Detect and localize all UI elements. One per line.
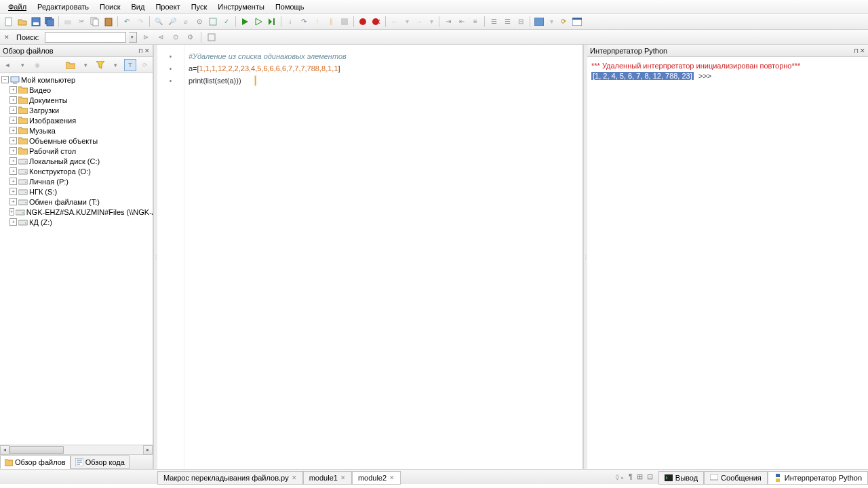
scroll-left-icon[interactable]: ◂ bbox=[0, 445, 9, 455]
lock-icon[interactable]: ⊞ bbox=[637, 472, 643, 481]
step-over-icon[interactable]: ↷ bbox=[298, 16, 310, 28]
close-icon[interactable]: ✕ bbox=[292, 474, 297, 481]
tree-item[interactable]: +Видео bbox=[0, 85, 153, 95]
chevron-down-icon[interactable]: ▾ bbox=[129, 32, 137, 43]
dropdown-icon[interactable]: ▾ bbox=[427, 16, 436, 28]
filter-type-icon[interactable]: T bbox=[124, 59, 136, 71]
search-prev-icon[interactable]: ⊲ bbox=[155, 31, 167, 43]
tree-item[interactable]: +Документы bbox=[0, 95, 153, 105]
tree-item[interactable]: +Обмен файлами (T:) bbox=[0, 197, 153, 207]
menu-view[interactable]: Вид bbox=[126, 1, 151, 12]
run-icon[interactable] bbox=[239, 16, 251, 28]
refresh-icon[interactable]: ⟳ bbox=[139, 59, 151, 71]
code-area[interactable]: #Удаление из списка одинаковых элементов… bbox=[184, 45, 583, 469]
horizontal-scrollbar[interactable]: ◂ ▸ bbox=[0, 445, 153, 454]
editor-tab[interactable]: Макрос перекладывания файлов.py✕ bbox=[157, 471, 303, 485]
tree-item[interactable]: +Рабочий стол bbox=[0, 146, 153, 156]
window-icon[interactable] bbox=[571, 16, 583, 28]
file-tree[interactable]: − Мой компьютер +Видео+Документы+Загрузк… bbox=[0, 73, 153, 445]
cut-icon[interactable]: ✂ bbox=[75, 16, 87, 28]
search-close-icon[interactable] bbox=[205, 31, 218, 43]
tree-item[interactable]: +КД (Z:) bbox=[0, 217, 153, 227]
undo-icon[interactable]: ↶ bbox=[121, 16, 133, 28]
scroll-thumb[interactable] bbox=[9, 446, 64, 454]
tree-item[interactable]: +НГК (S:) bbox=[0, 186, 153, 197]
find-icon[interactable]: ⌕ bbox=[180, 16, 192, 28]
tree-item[interactable]: +Личная (P:) bbox=[0, 176, 153, 186]
step-out-icon[interactable]: ↑ bbox=[311, 16, 323, 28]
tree-item[interactable]: +Изображения bbox=[0, 115, 153, 125]
find-prev-icon[interactable]: ⊙ bbox=[193, 16, 205, 28]
close-icon[interactable]: ✕ bbox=[144, 47, 150, 54]
breakpoint-clear-icon[interactable] bbox=[370, 16, 382, 28]
save-icon[interactable] bbox=[30, 16, 42, 28]
menu-help[interactable]: Помощь bbox=[270, 1, 310, 12]
tab-messages[interactable]: Сообщения bbox=[704, 471, 768, 485]
pause-icon[interactable]: ‖ bbox=[325, 16, 337, 28]
tab-python-interpreter[interactable]: Интерпретатор Python bbox=[768, 471, 868, 485]
tab-output[interactable]: Вывод bbox=[658, 471, 704, 485]
check-icon[interactable]: ✓ bbox=[220, 16, 233, 28]
search-input[interactable] bbox=[45, 32, 126, 43]
editor-tab[interactable]: module2✕ bbox=[352, 471, 401, 485]
tree-item[interactable]: +Локальный диск (C:) bbox=[0, 156, 153, 166]
pin-icon[interactable]: ⊓ bbox=[854, 47, 859, 54]
menu-search[interactable]: Поиск bbox=[94, 1, 125, 12]
nav-back-icon[interactable]: ← bbox=[389, 16, 401, 28]
breakpoint-icon[interactable] bbox=[357, 16, 369, 28]
redo-icon[interactable]: ↷ bbox=[134, 16, 146, 28]
dropdown-icon[interactable]: ▾ bbox=[402, 16, 412, 28]
tree-item[interactable]: +Конструктора (O:) bbox=[0, 166, 153, 176]
clear-icon[interactable]: ⊟ bbox=[515, 16, 527, 28]
encoding-icon[interactable]: ⎀▾ bbox=[615, 472, 625, 481]
step-into-icon[interactable]: ↓ bbox=[284, 16, 296, 28]
position-icon[interactable]: ⊡ bbox=[647, 472, 653, 481]
print-icon[interactable] bbox=[62, 16, 74, 28]
search-opts-icon[interactable]: ⚙ bbox=[184, 31, 197, 43]
pin-icon[interactable]: ⊓ bbox=[138, 47, 143, 54]
menu-file[interactable]: Файл bbox=[3, 1, 32, 12]
editor-tab[interactable]: module1✕ bbox=[303, 471, 352, 485]
back-icon[interactable]: ◄ bbox=[1, 59, 14, 71]
dropdown-icon[interactable]: ▾ bbox=[109, 59, 121, 71]
copy-icon[interactable] bbox=[89, 16, 101, 28]
tab-file-browser[interactable]: Обзор файлов bbox=[0, 455, 71, 469]
paste-icon[interactable] bbox=[102, 16, 115, 28]
nav-fwd-icon[interactable]: → bbox=[413, 16, 425, 28]
tree-item[interactable]: +Музыка bbox=[0, 125, 153, 136]
close-icon[interactable]: ✕ bbox=[3, 33, 11, 41]
close-icon[interactable]: ✕ bbox=[389, 474, 395, 481]
tree-item[interactable]: +Объемные объекты bbox=[0, 136, 153, 146]
debug-icon[interactable] bbox=[252, 16, 264, 28]
new-icon[interactable] bbox=[3, 16, 15, 28]
comment-icon[interactable]: ≡ bbox=[469, 16, 481, 28]
code-editor[interactable]: ••• #Удаление из списка одинаковых элеме… bbox=[157, 45, 583, 469]
up-icon[interactable]: ◉ bbox=[31, 59, 43, 71]
menu-edit[interactable]: Редактировать bbox=[32, 1, 94, 12]
list2-icon[interactable]: ☰ bbox=[501, 16, 513, 28]
layout-icon[interactable] bbox=[533, 16, 545, 28]
dropdown-icon[interactable]: ▾ bbox=[79, 59, 92, 71]
lineend-icon[interactable]: ¶ bbox=[629, 472, 633, 481]
python-console[interactable]: *** Удаленный интерпретатор инициализиро… bbox=[587, 57, 868, 469]
list-icon[interactable]: ☰ bbox=[488, 16, 500, 28]
dropdown-icon[interactable]: ▾ bbox=[547, 16, 556, 28]
zoom-out-icon[interactable]: 🔎 bbox=[166, 16, 178, 28]
tree-item[interactable]: +NGK-EHZ#SA.KUZMIN#Files (\\NGK-AS-0 bbox=[0, 207, 153, 217]
menu-project[interactable]: Проект bbox=[150, 1, 185, 12]
indent-icon[interactable]: ⇥ bbox=[442, 16, 454, 28]
tree-root[interactable]: − Мой компьютер bbox=[0, 75, 153, 85]
menu-tools[interactable]: Инструменты bbox=[212, 1, 270, 12]
stop-icon[interactable] bbox=[338, 16, 351, 28]
run-to-icon[interactable] bbox=[266, 16, 278, 28]
tab-code-browser[interactable]: Обзор кода bbox=[71, 455, 130, 469]
toggle-icon[interactable] bbox=[207, 16, 219, 28]
close-icon[interactable]: ✕ bbox=[340, 474, 346, 481]
filter-icon[interactable] bbox=[94, 59, 106, 71]
folder-icon[interactable] bbox=[64, 59, 77, 71]
menu-run[interactable]: Пуск bbox=[186, 1, 213, 12]
open-icon[interactable] bbox=[16, 16, 28, 28]
save-all-icon[interactable] bbox=[43, 16, 56, 28]
scroll-right-icon[interactable]: ▸ bbox=[143, 445, 153, 455]
refresh-icon[interactable]: ⟳ bbox=[557, 16, 570, 28]
